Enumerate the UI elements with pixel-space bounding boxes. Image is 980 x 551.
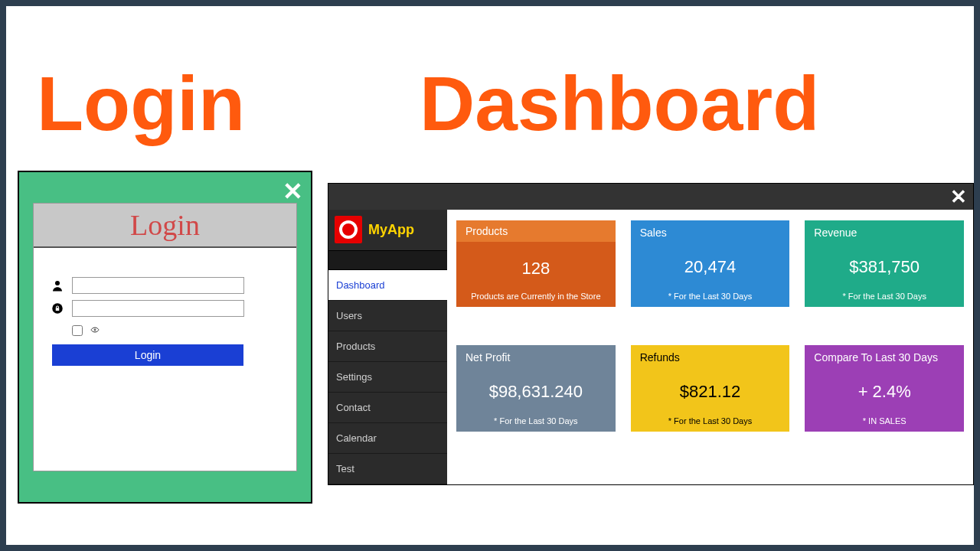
card-revenue: Revenue$381,750* For the Last 30 Days	[805, 220, 964, 307]
card-title: Revenue	[814, 227, 955, 239]
target-icon	[335, 216, 362, 243]
dashboard-body: MyApp DashboardUsersProductsSettingsCont…	[328, 210, 973, 484]
card-title: Net Profit	[466, 351, 606, 364]
card-value: + 2.4%	[814, 367, 955, 416]
sidebar-item-calendar[interactable]: Calendar	[328, 423, 447, 454]
cards-row-1: Products128Products are Currently in the…	[456, 220, 964, 307]
lock-icon	[49, 300, 66, 317]
dashboard-panel: ✕ MyApp DashboardUsersProductsSettingsCo…	[328, 183, 974, 485]
close-icon[interactable]: ✕	[950, 185, 967, 209]
show-password-checkbox[interactable]	[72, 325, 83, 336]
main-frame: Login Dashboard ✕ Login	[6, 6, 974, 545]
svg-point-0	[55, 281, 60, 285]
card-subtitle: * For the Last 30 Days	[640, 292, 781, 301]
login-button[interactable]: Login	[52, 344, 243, 366]
dashboard-topbar: ✕	[328, 184, 973, 210]
card-value: 128	[466, 245, 606, 292]
card-value: $381,750	[814, 242, 955, 292]
card-subtitle: * For the Last 30 Days	[814, 292, 955, 301]
card-subtitle: * For the Last 30 Days	[466, 416, 606, 425]
svg-rect-2	[56, 308, 60, 311]
login-panel: ✕ Login	[18, 171, 312, 504]
password-row	[49, 300, 281, 317]
card-title: Sales	[640, 227, 781, 239]
card-title: Refunds	[640, 351, 781, 364]
app-name: MyApp	[368, 222, 414, 238]
card-compare-to-last-30-days: Compare To Last 30 Days+ 2.4%* IN SALES	[805, 345, 964, 432]
card-subtitle: * IN SALES	[814, 416, 955, 425]
card-value: 20,474	[640, 242, 781, 292]
sidebar-divider	[328, 250, 447, 270]
sidebar: MyApp DashboardUsersProductsSettingsCont…	[328, 210, 447, 484]
card-sales: Sales20,474* For the Last 30 Days	[631, 220, 790, 307]
cards-row-2: Net Profit$98,631.240* For the Last 30 D…	[456, 345, 964, 432]
login-title: Login	[37, 60, 245, 148]
card-refunds: Refunds$821.12* For the Last 30 Days	[631, 345, 790, 432]
dashboard-title: Dashboard	[420, 60, 819, 148]
eye-icon	[89, 324, 101, 337]
login-card: Login	[33, 203, 297, 471]
sidebar-item-dashboard[interactable]: Dashboard	[328, 270, 447, 301]
card-value: $821.12	[640, 367, 781, 416]
card-net-profit: Net Profit$98,631.240* For the Last 30 D…	[456, 345, 616, 432]
user-icon	[49, 277, 66, 294]
sidebar-item-contact[interactable]: Contact	[328, 393, 447, 423]
username-input[interactable]	[72, 277, 244, 294]
sidebar-item-settings[interactable]: Settings	[328, 362, 447, 393]
card-title: Products	[456, 220, 616, 242]
show-password-row	[72, 324, 281, 337]
card-subtitle: Products are Currently in the Store	[466, 292, 606, 301]
password-input[interactable]	[72, 300, 244, 317]
sidebar-item-users[interactable]: Users	[328, 301, 447, 331]
close-icon[interactable]: ✕	[283, 177, 303, 206]
logo-row: MyApp	[328, 210, 447, 250]
card-title: Compare To Last 30 Days	[814, 351, 955, 364]
login-body: Login	[34, 248, 296, 389]
svg-point-3	[94, 329, 96, 331]
dashboard-main: Products128Products are Currently in the…	[447, 210, 973, 484]
sidebar-item-products[interactable]: Products	[328, 331, 447, 362]
card-value: $98,631.240	[466, 367, 606, 416]
username-row	[49, 277, 281, 294]
card-subtitle: * For the Last 30 Days	[640, 416, 781, 425]
login-header: Login	[34, 204, 296, 248]
login-header-text: Login	[130, 208, 200, 242]
card-products: Products128Products are Currently in the…	[456, 220, 616, 307]
sidebar-item-test[interactable]: Test	[328, 454, 447, 484]
